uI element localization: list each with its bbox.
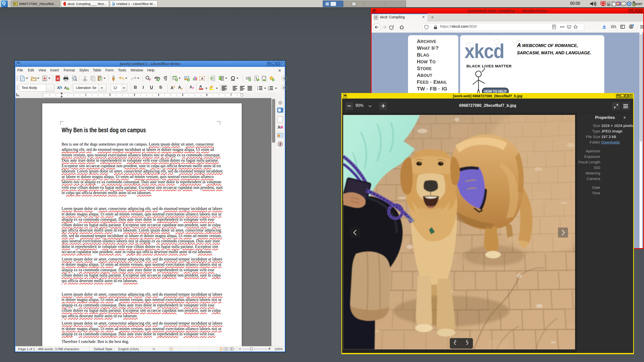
svg-text:abc: abc [154,76,160,79]
svg-text:A: A [57,85,60,90]
svg-text:HOW TO HELP: HOW TO HELP [484,90,506,93]
svg-text:BLACK LIVES MATTER: BLACK LIVES MATTER [466,64,512,68]
svg-text:A: A [199,84,202,88]
svg-text:A: A [201,77,204,80]
svg-text:i: i [265,76,266,79]
svg-text:A: A [64,85,67,90]
svg-text:xkcd: xkcd [465,40,504,62]
